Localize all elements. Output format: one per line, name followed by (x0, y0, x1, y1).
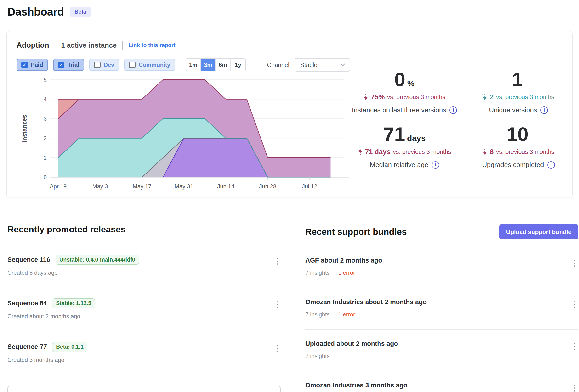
stat-number: 0 (394, 70, 405, 89)
release-created: Created 5 days ago (7, 269, 281, 276)
adoption-card: Adoption 1 active instance Link to this … (6, 31, 573, 197)
stat-suffix: % (407, 79, 415, 89)
trend-arrow-icon (483, 148, 487, 156)
adoption-title: Adoption (16, 41, 49, 50)
svg-text:May 31: May 31 (175, 183, 194, 190)
filter-chip-paid[interactable]: ✓ Paid (16, 59, 48, 71)
kebab-menu-icon[interactable] (276, 257, 279, 266)
filter-chip-trial[interactable]: ✓ Trial (53, 59, 84, 71)
svg-text:2: 2 (44, 135, 47, 141)
checkbox-unchecked-icon[interactable] (94, 62, 101, 68)
channel-label: Channel (267, 62, 289, 68)
beta-badge: Beta (70, 7, 91, 17)
stat-suffix: days (407, 134, 426, 144)
page-header: Dashboard Beta (7, 5, 91, 18)
kebab-menu-icon[interactable] (573, 384, 576, 392)
filter-chip-dev[interactable]: Dev (89, 59, 119, 71)
delta-text: vs. previous 3 months (393, 148, 451, 155)
svg-text:Jun 14: Jun 14 (217, 183, 234, 190)
release-row[interactable]: Sequence 77 Beta: 0.1.1 Created 3 months… (7, 331, 281, 375)
release-version-badge: Unstable: 0.4.0-main.444ddf0 (56, 255, 139, 265)
bundle-insights: 7 insights (305, 269, 330, 276)
filter-label: Dev (104, 62, 114, 68)
bundle-insights: 7 insights (305, 353, 330, 359)
filter-label: Community (139, 62, 170, 68)
stat-label: Instances on last three versions (352, 106, 446, 114)
bundle-row[interactable]: Uploaded about 2 months ago 7 insights (305, 329, 578, 371)
delta-text: vs. previous 3 months (387, 94, 445, 101)
stat-number: 1 (512, 70, 523, 89)
kebab-menu-icon[interactable] (573, 259, 576, 267)
kebab-menu-icon[interactable] (276, 300, 279, 309)
upload-support-bundle-button[interactable]: Upload support bundle (499, 224, 578, 239)
release-created: Created about 2 months ago (7, 313, 281, 320)
checkbox-checked-icon[interactable]: ✓ (21, 62, 28, 68)
delta-value: 71 days (365, 148, 390, 156)
checkbox-unchecked-icon[interactable] (129, 62, 136, 68)
svg-text:May 17: May 17 (133, 183, 151, 190)
dot-separator: · (333, 311, 335, 318)
svg-text:4: 4 (44, 96, 47, 102)
release-version-badge: Beta: 0.1.1 (52, 342, 87, 352)
separator (122, 41, 123, 50)
stat-label: Median relative age (370, 161, 428, 169)
stat-upgrades-completed: 10 8 vs. previous 3 months Upgrades comp… (461, 125, 576, 169)
svg-text:Jun 28: Jun 28 (259, 183, 276, 190)
range-1y[interactable]: 1y (231, 59, 245, 71)
range-1m[interactable]: 1m (186, 59, 201, 71)
info-icon[interactable]: i (449, 107, 457, 114)
view-all-releases-button[interactable]: View all releases (7, 386, 281, 392)
svg-text:5: 5 (44, 76, 47, 83)
release-version-badge: Stable: 1.12.5 (52, 298, 95, 308)
filter-chip-community[interactable]: Community (124, 59, 175, 71)
bundle-row[interactable]: AGF about 2 months ago 7 insights · 1 er… (305, 246, 578, 288)
adoption-chart: Apr 19May 3May 17May 31Jun 14Jun 28Jul 1… (15, 76, 350, 196)
info-icon[interactable]: i (540, 107, 548, 114)
adoption-chart-wrap: Apr 19May 3May 17May 31Jun 14Jun 28Jul 1… (15, 76, 350, 197)
bundle-title: Uploaded about 2 months ago (305, 340, 578, 347)
bundles-section: Recent support bundles Upload support bu… (305, 224, 578, 392)
release-title: Sequence 84 (7, 300, 47, 307)
page-title: Dashboard (7, 5, 64, 18)
active-instances-count: 1 active instance (61, 41, 117, 49)
dot-separator: · (333, 269, 335, 276)
checkbox-checked-icon[interactable]: ✓ (58, 62, 65, 68)
trend-arrow-icon (483, 94, 487, 101)
kebab-menu-icon[interactable] (276, 344, 279, 353)
stat-number: 71 (383, 125, 405, 144)
channel-select[interactable]: Stable (294, 58, 350, 71)
release-row[interactable]: Sequence 116 Unstable: 0.4.0-main.444ddf… (7, 244, 281, 288)
stat-median-relative-age: 71 days 71 days vs. previous 3 months Me… (348, 125, 461, 169)
filters-row: ✓ Paid ✓ Trial Dev Community 1m 3m 6m 1y… (16, 58, 350, 71)
separator (55, 41, 55, 50)
svg-text:May 3: May 3 (92, 183, 108, 190)
filter-label: Trial (68, 62, 79, 68)
bundle-row[interactable]: Omozan Industries 3 months ago 7 insight… (305, 371, 578, 392)
stat-label: Unique versions (489, 106, 537, 114)
release-title: Sequence 116 (7, 256, 50, 263)
svg-text:3: 3 (44, 116, 47, 122)
range-3m[interactable]: 3m (201, 59, 216, 71)
kebab-menu-icon[interactable] (573, 342, 576, 351)
svg-text:Apr 19: Apr 19 (50, 183, 67, 190)
releases-section: Recently promoted releases Sequence 116 … (7, 224, 281, 392)
delta-text: vs. previous 3 months (496, 148, 554, 155)
bundle-errors: 1 error (338, 269, 355, 276)
bundle-insights: 7 insights (305, 311, 330, 318)
releases-heading: Recently promoted releases (7, 224, 281, 235)
channel-value: Stable (300, 62, 317, 68)
stat-unique-versions: 1 2 vs. previous 3 months Unique version… (461, 70, 576, 114)
info-icon[interactable]: i (547, 161, 555, 169)
release-title: Sequence 77 (7, 343, 47, 351)
kebab-menu-icon[interactable] (573, 300, 576, 309)
filter-label: Paid (31, 62, 43, 68)
bundle-title: AGF about 2 months ago (305, 257, 578, 264)
range-6m[interactable]: 6m (216, 59, 231, 71)
svg-text:0: 0 (44, 174, 47, 181)
bundle-row[interactable]: Omozan Industries about 2 months ago 7 i… (305, 288, 578, 329)
release-row[interactable]: Sequence 84 Stable: 1.12.5 Created about… (7, 288, 281, 331)
link-to-report[interactable]: Link to this report (129, 42, 176, 49)
svg-text:Instances: Instances (21, 115, 28, 142)
delta-value: 8 (490, 148, 494, 156)
info-icon[interactable]: i (432, 161, 439, 169)
